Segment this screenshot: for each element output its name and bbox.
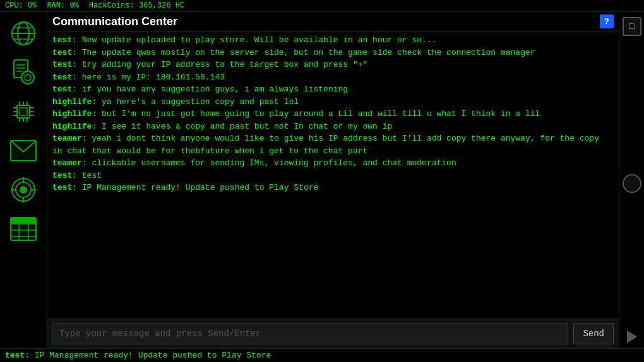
- document-icon: [11, 59, 35, 86]
- sidebar-target[interactable]: [4, 171, 42, 209]
- chat-username[interactable]: teamer: [52, 158, 82, 168]
- chat-text: : here is my IP: 180.161.58.143: [72, 73, 225, 82]
- cpu-status: CPU: 0%: [5, 1, 37, 10]
- svg-point-6: [21, 71, 34, 84]
- chat-text: : I see it haves a copy and past but not…: [92, 122, 392, 131]
- chat-username[interactable]: test: [52, 60, 72, 69]
- main-layout: Communication Center ? test: New update …: [0, 12, 644, 348]
- chat-username[interactable]: highlife: [52, 109, 92, 119]
- chat-username[interactable]: test: [52, 171, 72, 180]
- table-icon: [9, 216, 37, 242]
- sidebar-globe[interactable]: [4, 15, 42, 52]
- target-icon: [9, 176, 37, 204]
- chat-text: : clickable usernames for sending IMs, v…: [82, 158, 456, 168]
- chat-area[interactable]: test: New update uploaded to play store.…: [47, 32, 619, 318]
- window-title: Communication Center: [52, 15, 177, 28]
- chat-text: : but I'm no just got home going to play…: [92, 109, 540, 119]
- send-button[interactable]: Send: [573, 323, 614, 344]
- input-area: Send: [47, 318, 619, 348]
- svg-rect-11: [17, 105, 30, 118]
- chat-message: test: here is my IP: 180.161.58.143: [52, 71, 614, 84]
- chat-message: highlife: I see it haves a copy and past…: [52, 120, 614, 133]
- bottom-status-bar: test: IP Management ready! Update pushed…: [0, 348, 644, 362]
- center-panel: Communication Center ? test: New update …: [47, 12, 619, 348]
- chat-text: : try adding your IP address to the targ…: [72, 60, 367, 69]
- chat-username[interactable]: test: [52, 73, 72, 82]
- email-icon: [9, 139, 37, 162]
- chat-username[interactable]: test: [52, 85, 72, 94]
- circle-button[interactable]: [623, 174, 641, 193]
- globe-icon: [9, 20, 37, 47]
- right-panel: □: [619, 12, 644, 348]
- svg-rect-34: [11, 218, 36, 224]
- chat-text: : The update qwas mostly on the server s…: [72, 48, 535, 57]
- chip-icon: [9, 98, 37, 126]
- sidebar-email[interactable]: [4, 132, 42, 170]
- chat-username[interactable]: test: [52, 48, 72, 57]
- svg-point-28: [20, 187, 27, 193]
- chat-message: test: if you have any suggestion guys, i…: [52, 83, 614, 96]
- chat-text: : ya here's a suggestion copy and past l…: [92, 97, 299, 107]
- title-bar: Communication Center ?: [47, 12, 619, 32]
- chat-message: teamer: yeah i dont think anyone would l…: [52, 132, 614, 157]
- sidebar-chip[interactable]: [4, 93, 42, 131]
- square-button[interactable]: □: [623, 17, 641, 36]
- sidebar: [0, 12, 47, 348]
- chat-text: : IP Management ready! Update pushed to …: [72, 183, 318, 192]
- ram-status: RAM: 0%: [47, 1, 78, 10]
- bottom-user: test: [5, 351, 25, 360]
- hackcoins-status: HackCoins: 365,326 HC: [89, 1, 184, 10]
- chat-username[interactable]: teamer: [52, 134, 82, 143]
- chat-text: : if you have any suggestion guys, i am …: [72, 85, 348, 94]
- chat-username[interactable]: highlife: [52, 97, 92, 107]
- bottom-message: : IP Management ready! Update pushed to …: [25, 351, 271, 360]
- chat-message: test: New update uploaded to play store.…: [52, 34, 614, 47]
- chat-message: test: IP Management ready! Update pushed…: [52, 182, 614, 194]
- help-button[interactable]: ?: [600, 15, 614, 28]
- chat-message: teamer: clickable usernames for sending …: [52, 157, 614, 170]
- chat-message: test: The update qwas mostly on the serv…: [52, 47, 614, 59]
- chat-text: : yeah i dont think anyone would like to…: [52, 134, 604, 156]
- chat-message: test: test: [52, 170, 614, 182]
- chat-message: highlife: but I'm no just got home going…: [52, 108, 614, 120]
- chat-text: : test: [72, 171, 102, 180]
- chat-username[interactable]: highlife: [52, 122, 92, 131]
- sidebar-document[interactable]: [4, 54, 42, 91]
- status-bar: CPU: 0% RAM: 0% HackCoins: 365,326 HC: [0, 0, 644, 12]
- chat-text: : New update uploaded to play store. Wil…: [72, 35, 436, 45]
- chat-message: test: try adding your IP address to the …: [52, 59, 614, 71]
- triangle-button[interactable]: [627, 330, 637, 343]
- message-input[interactable]: [52, 323, 568, 344]
- chat-username[interactable]: test: [52, 35, 72, 45]
- sidebar-table[interactable]: [4, 210, 42, 248]
- chat-message: highlife: ya here's a suggestion copy an…: [52, 96, 614, 108]
- chat-username[interactable]: test: [52, 183, 72, 192]
